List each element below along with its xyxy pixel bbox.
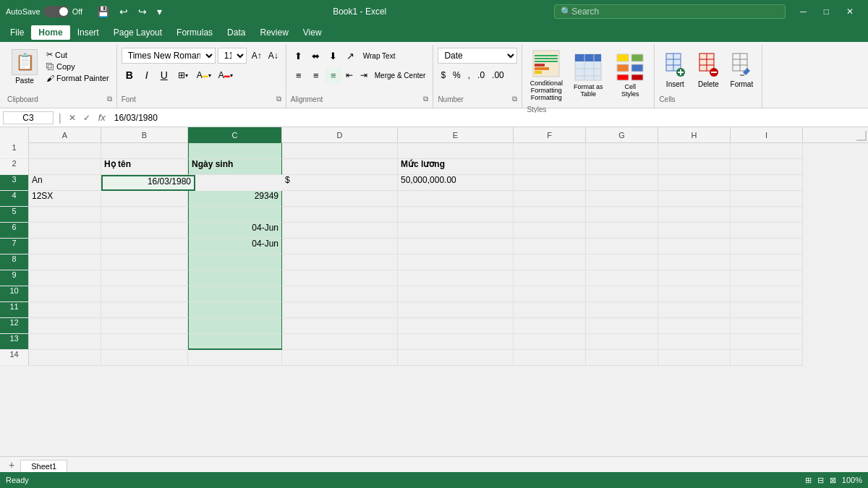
- cell-b4[interactable]: [101, 191, 188, 207]
- cell-g14[interactable]: [586, 350, 658, 366]
- cell-i8[interactable]: [731, 254, 803, 270]
- cell-a13[interactable]: [29, 334, 101, 350]
- sheet-tab-sheet1[interactable]: Sheet1: [20, 460, 67, 472]
- col-header-e[interactable]: E: [398, 127, 514, 143]
- font-name-select[interactable]: Times New Roman: [122, 48, 216, 64]
- cell-g3[interactable]: [586, 175, 658, 191]
- col-header-c[interactable]: C: [188, 127, 282, 143]
- increase-indent-btn[interactable]: ⇥: [357, 67, 370, 83]
- format-painter-button[interactable]: 🖌 Format Painter: [43, 73, 112, 83]
- cell-h8[interactable]: [658, 254, 731, 270]
- menu-file[interactable]: File: [3, 25, 31, 40]
- cell-c10[interactable]: [188, 286, 282, 302]
- cell-i12[interactable]: [731, 318, 803, 334]
- alignment-expand-icon[interactable]: ⧉: [423, 95, 428, 103]
- decrease-indent-btn[interactable]: ⇤: [343, 67, 356, 83]
- cell-h13[interactable]: [658, 334, 731, 350]
- cell-e6[interactable]: [398, 223, 514, 239]
- minimize-button[interactable]: ─: [791, 4, 815, 20]
- cell-g6[interactable]: [586, 223, 658, 239]
- row-num-5[interactable]: 5: [0, 207, 29, 223]
- copy-button[interactable]: ⿻ Copy: [43, 61, 112, 72]
- cell-d7[interactable]: [282, 239, 398, 254]
- delete-button[interactable]: Delete: [692, 51, 724, 90]
- cell-a12[interactable]: [29, 318, 101, 334]
- cell-g9[interactable]: [586, 270, 658, 286]
- new-sheet-btn[interactable]: +: [3, 458, 20, 472]
- bold-button[interactable]: B: [122, 67, 137, 83]
- format-as-table-btn[interactable]: Format asTable: [569, 51, 608, 99]
- redo-icon[interactable]: ↪: [135, 4, 150, 19]
- col-header-i[interactable]: I: [731, 127, 803, 143]
- cell-c11[interactable]: [188, 302, 282, 318]
- row-num-12[interactable]: 12: [0, 318, 29, 334]
- cell-i3[interactable]: [731, 175, 803, 191]
- menu-data[interactable]: Data: [220, 25, 252, 40]
- align-middle-btn[interactable]: ⬌: [308, 48, 324, 64]
- formula-confirm-btn[interactable]: ✓: [81, 113, 93, 123]
- cell-d5[interactable]: [282, 207, 398, 223]
- border-button[interactable]: ⊞▾: [174, 67, 192, 83]
- cell-h2[interactable]: [658, 159, 731, 175]
- cut-button[interactable]: ✂ Cut: [43, 49, 112, 60]
- clipboard-expand-icon[interactable]: ⧉: [107, 95, 112, 103]
- grid-container[interactable]: A B C D E F G H I 1: [0, 127, 868, 456]
- cell-b11[interactable]: [101, 302, 188, 318]
- autosave-toggle[interactable]: [43, 6, 69, 17]
- cell-e14[interactable]: [398, 350, 514, 366]
- cell-f14[interactable]: [514, 350, 586, 366]
- comma-btn[interactable]: ,: [465, 67, 473, 83]
- cell-g10[interactable]: [586, 286, 658, 302]
- cell-f9[interactable]: [514, 270, 586, 286]
- cell-h12[interactable]: [658, 318, 731, 334]
- cell-d8[interactable]: [282, 254, 398, 270]
- cell-b10[interactable]: [101, 286, 188, 302]
- conditional-formatting-btn[interactable]: Conditional FormattingFormatting: [527, 48, 566, 103]
- col-header-g[interactable]: G: [586, 127, 658, 143]
- cell-d4[interactable]: [282, 191, 398, 207]
- number-format-select[interactable]: Date: [438, 48, 517, 64]
- cell-f6[interactable]: [514, 223, 586, 239]
- cell-g1[interactable]: [586, 143, 658, 159]
- cell-a5[interactable]: [29, 207, 101, 223]
- formula-cancel-btn[interactable]: ✕: [67, 113, 78, 123]
- cell-g5[interactable]: [586, 207, 658, 223]
- row-num-9[interactable]: 9: [0, 270, 29, 286]
- cell-i7[interactable]: [731, 239, 803, 254]
- cell-i13[interactable]: [731, 334, 803, 350]
- save-icon[interactable]: 💾: [94, 4, 112, 19]
- percent-btn[interactable]: %: [450, 67, 464, 83]
- col-header-d[interactable]: D: [282, 127, 398, 143]
- cell-a10[interactable]: [29, 286, 101, 302]
- cell-b6[interactable]: [101, 223, 188, 239]
- cell-d12[interactable]: [282, 318, 398, 334]
- col-header-h[interactable]: H: [658, 127, 731, 143]
- cell-c6[interactable]: 04-Jun: [188, 223, 282, 239]
- search-input[interactable]: [571, 7, 779, 17]
- wrap-text-btn[interactable]: Wrap Text: [360, 48, 399, 64]
- row-num-4[interactable]: 4: [0, 191, 29, 207]
- italic-button[interactable]: I: [139, 67, 155, 83]
- cell-c13[interactable]: [188, 334, 282, 350]
- cell-g11[interactable]: [586, 302, 658, 318]
- cell-f13[interactable]: [514, 334, 586, 350]
- cell-e1[interactable]: [398, 143, 514, 159]
- cell-d11[interactable]: [282, 302, 398, 318]
- cell-f2[interactable]: [514, 159, 586, 175]
- cell-d2[interactable]: [282, 159, 398, 175]
- cell-f3[interactable]: [514, 175, 586, 191]
- orientation-btn[interactable]: ↗: [343, 48, 359, 64]
- cell-e3[interactable]: 50,000,000.00: [398, 175, 514, 191]
- menu-formulas[interactable]: Formulas: [169, 25, 220, 40]
- cell-i14[interactable]: [731, 350, 803, 366]
- cell-e8[interactable]: [398, 254, 514, 270]
- menu-home[interactable]: Home: [31, 25, 69, 40]
- view-page-break-icon[interactable]: ⊠: [830, 476, 836, 485]
- cell-b12[interactable]: [101, 318, 188, 334]
- cell-d9[interactable]: [282, 270, 398, 286]
- col-header-f[interactable]: F: [514, 127, 586, 143]
- cell-c2[interactable]: Ngày sinh: [188, 159, 282, 175]
- cell-e7[interactable]: [398, 239, 514, 254]
- cell-d1[interactable]: [282, 143, 398, 159]
- row-num-1[interactable]: 1: [0, 143, 29, 159]
